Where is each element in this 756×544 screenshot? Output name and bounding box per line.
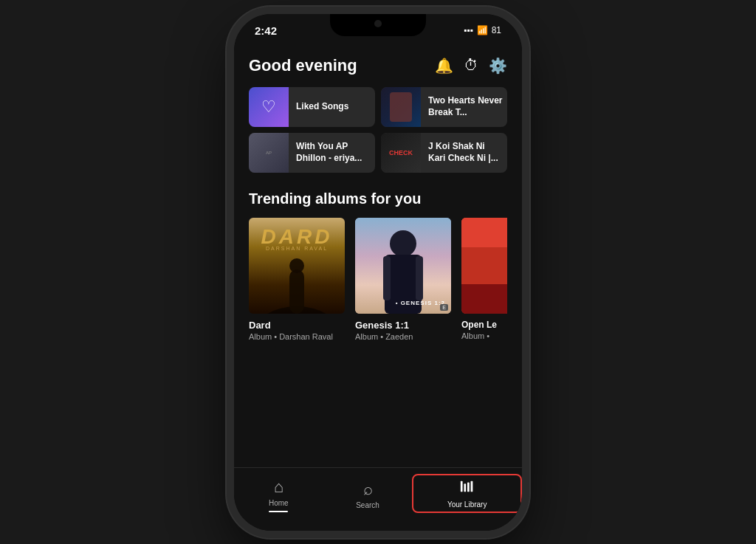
library-svg bbox=[459, 478, 475, 495]
tile-two-hearts[interactable]: Two Hearts Never Break T... bbox=[381, 87, 507, 127]
nav-label-your-library: Your Library bbox=[447, 500, 487, 509]
two-hearts-art bbox=[381, 87, 421, 127]
openle-svg bbox=[461, 218, 507, 314]
svg-rect-11 bbox=[464, 483, 466, 492]
nav-item-your-library[interactable]: Your Library bbox=[412, 474, 522, 513]
search-icon: ⌕ bbox=[363, 480, 373, 499]
settings-icon[interactable]: ⚙️ bbox=[489, 57, 507, 75]
header-icons-group: 🔔 ⏱ ⚙️ bbox=[435, 57, 507, 75]
album-card-genesis[interactable]: • GENESIS 1:2 E Genesis 1:1 Album • Zaed… bbox=[355, 218, 451, 341]
album-name-openle: Open Le bbox=[461, 320, 507, 330]
library-icon bbox=[459, 478, 475, 498]
svg-rect-13 bbox=[470, 481, 472, 492]
album-cover-openle bbox=[461, 218, 507, 314]
tile-thumb-j-koi: CHECK bbox=[381, 133, 421, 173]
svg-rect-5 bbox=[383, 256, 391, 300]
main-content: Good evening 🔔 ⏱ ⚙️ ♡ Liked Songs bbox=[234, 41, 522, 467]
battery-icon: 81 bbox=[492, 25, 501, 35]
tile-label-with-you: With You AP Dhillon - eriya... bbox=[296, 141, 375, 164]
album-name-dard: Dard bbox=[249, 320, 345, 331]
two-hearts-figure bbox=[390, 92, 412, 122]
tile-label-two-hearts: Two Hearts Never Break T... bbox=[428, 95, 507, 118]
nav-item-home[interactable]: ⌂ Home bbox=[234, 478, 323, 512]
openle-art bbox=[461, 218, 507, 314]
tile-j-koi[interactable]: CHECK J Koi Shak Ni Kari Check Ni |... bbox=[381, 133, 507, 173]
phone-screen: 2:42 ▪▪▪ 📶 81 Good evening 🔔 ⏱ ⚙️ bbox=[234, 14, 522, 531]
header: Good evening 🔔 ⏱ ⚙️ bbox=[249, 56, 507, 75]
genesis-art: • GENESIS 1:2 E bbox=[355, 218, 451, 314]
svg-rect-12 bbox=[467, 482, 470, 492]
albums-scroll-container: DARD DARSHAN RAVAL Dard Album • Darshan … bbox=[249, 218, 507, 348]
nav-item-search[interactable]: ⌕ Search bbox=[323, 480, 413, 509]
album-cover-genesis: • GENESIS 1:2 E bbox=[355, 218, 451, 314]
svg-point-2 bbox=[289, 258, 304, 273]
album-cover-dard: DARD DARSHAN RAVAL bbox=[249, 218, 345, 314]
phone-frame: 2:42 ▪▪▪ 📶 81 Good evening 🔔 ⏱ ⚙️ bbox=[234, 14, 522, 531]
svg-rect-10 bbox=[461, 481, 463, 492]
wifi-icon: 📶 bbox=[477, 25, 488, 35]
tile-thumb-with-you: AP bbox=[249, 133, 289, 173]
heart-icon: ♡ bbox=[261, 97, 276, 117]
j-koi-art: CHECK bbox=[381, 133, 421, 173]
nav-label-home: Home bbox=[269, 499, 289, 507]
camera bbox=[374, 20, 382, 27]
bottom-spacer bbox=[249, 348, 507, 437]
dard-silhouette bbox=[249, 255, 345, 314]
tile-thumb-two-hearts bbox=[381, 87, 421, 127]
svg-rect-8 bbox=[461, 218, 507, 247]
tile-thumb-liked: ♡ bbox=[249, 87, 289, 127]
album-sub-openle: Album • bbox=[461, 331, 507, 340]
tile-label-j-koi: J Koi Shak Ni Kari Check Ni |... bbox=[428, 141, 507, 164]
album-card-openle[interactable]: Open Le Album • bbox=[461, 218, 507, 341]
greeting-text: Good evening bbox=[249, 56, 357, 75]
nav-label-search: Search bbox=[356, 501, 379, 509]
svg-rect-1 bbox=[289, 269, 304, 314]
home-icon: ⌂ bbox=[274, 478, 284, 497]
svg-rect-6 bbox=[416, 256, 423, 300]
explicit-badge: E bbox=[440, 304, 448, 311]
tile-with-you[interactable]: AP With You AP Dhillon - eriya... bbox=[249, 133, 375, 173]
home-active-indicator bbox=[269, 511, 288, 512]
album-name-genesis: Genesis 1:1 bbox=[355, 320, 451, 331]
svg-point-3 bbox=[390, 230, 416, 257]
tile-liked-songs[interactable]: ♡ Liked Songs bbox=[249, 87, 375, 127]
genesis-explicit: • GENESIS 1:2 bbox=[396, 300, 445, 306]
dard-art: DARD DARSHAN RAVAL bbox=[249, 218, 345, 314]
bottom-nav: ⌂ Home ⌕ Search Your Library bbox=[234, 467, 522, 531]
tile-label-liked: Liked Songs bbox=[296, 101, 353, 113]
quick-tiles-grid: ♡ Liked Songs Two Hearts Never Break T..… bbox=[249, 87, 507, 173]
status-icons: ▪▪▪ 📶 81 bbox=[464, 25, 501, 35]
album-sub-dard: Album • Darshan Raval bbox=[249, 332, 345, 341]
album-card-dard[interactable]: DARD DARSHAN RAVAL Dard Album • Darshan … bbox=[249, 218, 345, 341]
svg-rect-9 bbox=[461, 284, 507, 314]
bell-icon[interactable]: 🔔 bbox=[435, 57, 453, 75]
with-you-art: AP bbox=[249, 133, 289, 173]
signal-icon: ▪▪▪ bbox=[464, 25, 473, 35]
history-icon[interactable]: ⏱ bbox=[464, 57, 478, 74]
status-time: 2:42 bbox=[255, 24, 277, 37]
album-sub-genesis: Album • Zaeden bbox=[355, 332, 451, 341]
trending-section-title: Trending albums for you bbox=[249, 190, 507, 207]
dard-subtitle: DARSHAN RAVAL bbox=[249, 246, 345, 251]
